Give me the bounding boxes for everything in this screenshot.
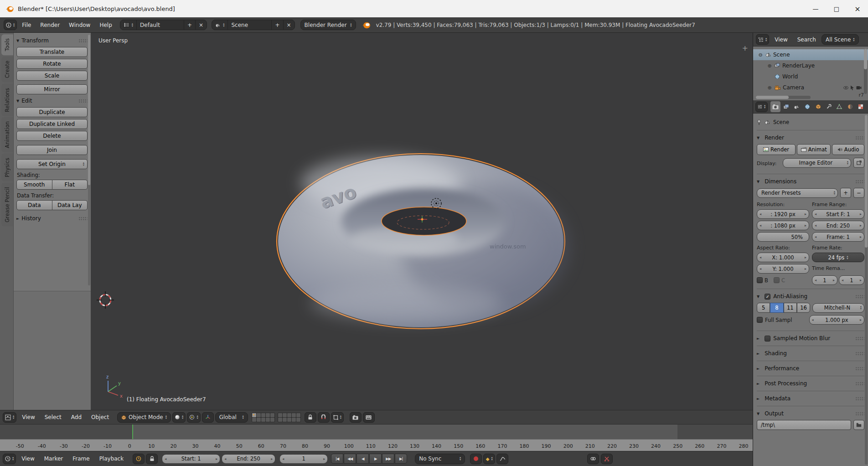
timeline-tracks[interactable]	[0, 424, 753, 439]
scissors-icon-button[interactable]	[601, 454, 613, 464]
metadata-panel-header[interactable]: ► Metadata	[757, 394, 864, 404]
post-processing-panel-header[interactable]: ► Post Processing	[757, 378, 864, 388]
insert-keyframe-button[interactable]	[496, 454, 508, 464]
dimensions-panel-header[interactable]: ▼ Dimensions	[757, 176, 864, 186]
editor-type-selector-3dview[interactable]: ▴▾	[3, 412, 16, 423]
shade-flat-button[interactable]: Flat	[52, 180, 88, 190]
add-preset-button[interactable]: +	[840, 188, 851, 198]
increment-arrow-icon[interactable]: ▸	[860, 318, 862, 322]
toolshelf-tab-tools[interactable]: Tools	[1, 34, 13, 55]
transform-panel-header[interactable]: ▼ Transform	[16, 36, 88, 45]
screen-layout-name[interactable]: Default	[136, 20, 184, 30]
increment-arrow-icon[interactable]: ▸	[860, 278, 862, 282]
panel-grip-icon[interactable]	[855, 397, 864, 401]
resolution-percentage-slider[interactable]: 50%	[757, 232, 809, 242]
menu-outliner-search[interactable]: Search	[793, 36, 820, 43]
lock-to-scene-toggle[interactable]	[305, 412, 316, 423]
toolshelf-tab-animation[interactable]: Animation	[1, 117, 13, 152]
end-frame-field[interactable]: ◂ End: 250 ▸	[222, 454, 275, 464]
pivot-point-selector[interactable]: ▴▾	[187, 412, 200, 423]
increment-arrow-icon[interactable]: ▸	[271, 457, 273, 461]
timeline-ruler[interactable]: -50-40-30-20-100102030405060708090100110…	[0, 439, 753, 451]
maximize-button[interactable]: □	[826, 0, 847, 17]
tab-modifiers[interactable]	[824, 101, 833, 112]
minimize-button[interactable]: —	[805, 0, 826, 17]
mode-selector[interactable]: Object Mode ▴▾	[117, 412, 171, 423]
aa-filter-selector[interactable]: Mitchell-N ▴▾	[812, 303, 864, 313]
torus-object[interactable]: avo avo window.som	[277, 154, 570, 329]
editor-type-selector-outliner[interactable]: ▴▾	[756, 34, 769, 45]
scale-button[interactable]: Scale	[16, 71, 88, 81]
toolshelf-tab-physics[interactable]: Physics	[1, 154, 13, 181]
increment-arrow-icon[interactable]: ▸	[323, 457, 325, 461]
snap-toggle[interactable]	[318, 412, 330, 423]
tab-render[interactable]	[770, 101, 780, 112]
panel-grip-icon[interactable]	[78, 39, 88, 43]
aa-samples-8-button[interactable]: 8	[770, 303, 783, 313]
resolution-y-field[interactable]: ◂ : 1080 px ▸	[757, 221, 809, 230]
scene-name[interactable]: Scene	[227, 20, 271, 30]
panel-grip-icon[interactable]	[855, 352, 864, 356]
outliner-restrict-icons[interactable]	[843, 85, 862, 90]
menu-tl-marker[interactable]: Marker	[40, 456, 67, 462]
aa-samples-11-button[interactable]: 11	[784, 303, 797, 313]
resolution-x-field[interactable]: ◂ : 1920 px ▸	[757, 209, 809, 219]
panel-grip-icon[interactable]	[855, 367, 864, 371]
menu-tl-playback[interactable]: Playback	[95, 456, 128, 462]
frame-rate-selector[interactable]: 24 fps ▴▾	[812, 253, 864, 262]
delete-scene-button[interactable]: ×	[283, 20, 294, 30]
menu-view[interactable]: View	[18, 414, 39, 420]
sync-mode-selector[interactable]: No Sync ▴▾	[415, 454, 465, 464]
editor-type-selector-properties[interactable]: ▴▾	[755, 102, 768, 112]
outliner-row-renderlayers[interactable]: ⊕ RenderLaye	[753, 60, 868, 71]
decrement-arrow-icon[interactable]: ◂	[812, 318, 814, 322]
menu-file[interactable]: File	[18, 22, 35, 28]
set-origin-dropdown[interactable]: Set Origin ▴▾	[16, 159, 88, 169]
increment-arrow-icon[interactable]: ▸	[805, 255, 806, 259]
properties-scrollbar[interactable]	[865, 115, 868, 465]
render-audio-button[interactable]: Audio	[832, 144, 864, 155]
time-remap-new-field[interactable]: ◂ 1 ▸	[839, 275, 864, 285]
decrement-arrow-icon[interactable]: ◂	[815, 212, 816, 216]
tab-world[interactable]	[802, 101, 812, 112]
menu-add[interactable]: Add	[67, 414, 86, 420]
render-still-button[interactable]: Render	[757, 144, 796, 155]
aa-samples-16-button[interactable]: 16	[797, 303, 810, 313]
delete-button[interactable]: Delete	[16, 131, 88, 141]
tab-material[interactable]	[845, 101, 855, 112]
record-button[interactable]	[470, 454, 482, 464]
edit-panel-header[interactable]: ▼ Edit	[16, 96, 88, 105]
frame-start-field[interactable]: ◂ Start F: 1 ▸	[812, 209, 864, 219]
outliner-vscrollbar[interactable]	[864, 49, 867, 94]
panel-grip-icon[interactable]	[855, 412, 864, 416]
menu-outliner-view[interactable]: View	[770, 36, 791, 43]
panel-grip-icon[interactable]	[78, 217, 88, 221]
jump-prev-keyframe-button[interactable]: ◀◀	[344, 454, 356, 464]
outliner-row-scene[interactable]: ⊖ Scene	[753, 49, 868, 60]
outliner-hscrollbar[interactable]	[756, 96, 811, 99]
outliner-row-world[interactable]: World	[753, 71, 868, 82]
aspect-y-field[interactable]: ◂ Y: 1.000 ▸	[757, 264, 809, 274]
rotate-button[interactable]: Rotate	[16, 59, 88, 69]
decrement-arrow-icon[interactable]: ◂	[842, 278, 843, 282]
panel-grip-icon[interactable]	[855, 295, 864, 299]
duplicate-linked-button[interactable]: Duplicate Linked	[16, 119, 88, 129]
display-mode-selector[interactable]: Image Editor ▴▾	[783, 158, 851, 168]
editor-type-selector-info[interactable]: ▴▾	[4, 20, 17, 30]
time-remap-old-field[interactable]: ◂ 1 ▸	[812, 275, 837, 285]
tab-texture[interactable]	[856, 101, 866, 112]
layers-widget[interactable]	[252, 413, 301, 422]
play-button[interactable]: ▶	[369, 454, 382, 464]
decrement-arrow-icon[interactable]: ◂	[165, 457, 166, 461]
render-presets-selector[interactable]: Render Presets ▴▾	[757, 188, 838, 198]
join-button[interactable]: Join	[16, 145, 88, 155]
menu-window[interactable]: Window	[65, 22, 94, 28]
jump-next-keyframe-button[interactable]: ▶▶	[382, 454, 394, 464]
delete-screen-layout-button[interactable]: ×	[195, 20, 207, 30]
increment-arrow-icon[interactable]: ▸	[860, 212, 862, 216]
remove-preset-button[interactable]: −	[853, 188, 864, 198]
increment-arrow-icon[interactable]: ▸	[833, 278, 835, 282]
toolshelf-tab-create[interactable]: Create	[1, 57, 13, 82]
panel-grip-icon[interactable]	[855, 337, 864, 341]
jump-to-start-button[interactable]: |◀	[331, 454, 343, 464]
